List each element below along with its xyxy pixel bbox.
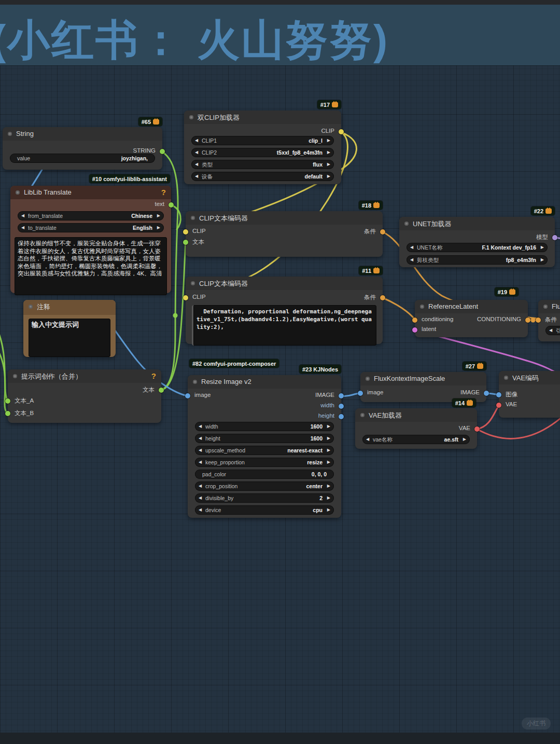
output-slot-vae[interactable] xyxy=(474,426,480,432)
node-n10[interactable]: LibLib Translate?text◀▶from_translateChi… xyxy=(10,186,171,293)
collapse-dot-icon[interactable] xyxy=(29,305,33,309)
output-slot-text[interactable] xyxy=(169,202,174,208)
output-slot-条件[interactable] xyxy=(380,229,385,235)
widget-right-arrow-icon[interactable]: ▶ xyxy=(327,150,330,155)
node-header[interactable]: Resize Image v2 xyxy=(188,375,341,389)
input-slot-latent[interactable] xyxy=(412,327,417,333)
link-dot[interactable] xyxy=(173,313,178,318)
widget-right-arrow-icon[interactable]: ▶ xyxy=(327,436,330,440)
widget-left-arrow-icon[interactable]: ◀ xyxy=(410,257,413,262)
help-icon[interactable]: ? xyxy=(151,371,156,380)
widget-引[interactable]: ◀▶引 xyxy=(545,326,560,335)
help-icon[interactable]: ? xyxy=(161,188,166,197)
input-slot-clip[interactable] xyxy=(183,229,188,235)
widget-divisible-by[interactable]: ◀▶divisible_by2 xyxy=(195,493,334,503)
collapse-dot-icon[interactable] xyxy=(13,374,17,378)
node-textarea[interactable]: 保持衣服的细节不变，服装完全贴合身体，生成一张穿着这件衣服的女人，复古优雅风时尚… xyxy=(15,237,167,295)
widget-right-arrow-icon[interactable]: ▶ xyxy=(327,507,330,512)
widget-right-arrow-icon[interactable]: ▶ xyxy=(327,484,330,488)
widget-keep-proportion[interactable]: ◀▶keep_proportionresize xyxy=(195,458,334,467)
node-header[interactable]: ReferenceLatent xyxy=(415,300,528,313)
collapse-dot-icon[interactable] xyxy=(8,132,12,136)
widget-to-translate[interactable]: ◀▶to_translateEnglish xyxy=(18,223,164,232)
collapse-dot-icon[interactable] xyxy=(191,281,195,285)
node-header[interactable]: UNET加载器 xyxy=(399,217,555,230)
node-header[interactable]: VAE编码 xyxy=(499,371,560,384)
widget-width[interactable]: ◀▶width1600 xyxy=(195,422,334,431)
node-nvaeenc[interactable]: VAE编码图像VAE xyxy=(499,371,560,418)
widget-设备[interactable]: ◀▶设备default xyxy=(191,172,334,181)
collapse-dot-icon[interactable] xyxy=(366,377,370,381)
widget-left-arrow-icon[interactable]: ◀ xyxy=(199,424,202,429)
input-slot-image[interactable] xyxy=(358,391,363,396)
widget-clip1[interactable]: ◀▶CLIP1clip_l xyxy=(191,136,334,145)
output-slot-image[interactable] xyxy=(339,393,344,398)
widget-left-arrow-icon[interactable]: ◀ xyxy=(199,495,202,500)
widget-right-arrow-icon[interactable]: ▶ xyxy=(463,437,466,442)
collapse-dot-icon[interactable] xyxy=(360,413,365,417)
widget-left-arrow-icon[interactable]: ◀ xyxy=(366,437,369,442)
output-slot-clip[interactable] xyxy=(339,129,344,134)
node-header[interactable]: LibLib Translate? xyxy=(10,186,171,199)
widget-right-arrow-icon[interactable]: ▶ xyxy=(327,138,330,143)
output-slot-文本[interactable] xyxy=(159,388,164,393)
node-header[interactable]: Flu xyxy=(538,300,560,313)
widget-height[interactable]: ◀▶height1600 xyxy=(195,434,334,443)
widget-right-arrow-icon[interactable]: ▶ xyxy=(327,495,330,500)
widget-left-arrow-icon[interactable]: ◀ xyxy=(21,225,24,230)
input-slot-文本[interactable] xyxy=(183,240,188,245)
widget-left-arrow-icon[interactable]: ◀ xyxy=(199,436,202,440)
collapse-dot-icon[interactable] xyxy=(504,376,508,380)
output-slot-conditioning[interactable] xyxy=(525,318,530,323)
node-header[interactable]: VAE加载器 xyxy=(355,408,477,422)
node-header[interactable]: String xyxy=(3,127,162,141)
collapse-dot-icon[interactable] xyxy=(543,305,548,309)
input-slot-图像[interactable] xyxy=(496,392,501,397)
widget-value[interactable]: valuejoyzhigan, xyxy=(10,154,155,163)
output-slot-height[interactable] xyxy=(339,414,344,419)
widget-left-arrow-icon[interactable]: ◀ xyxy=(549,328,552,333)
collapse-dot-icon[interactable] xyxy=(191,216,195,220)
widget-left-arrow-icon[interactable]: ◀ xyxy=(195,150,198,155)
node-n19[interactable]: ReferenceLatentconditioninglatentCONDITI… xyxy=(415,300,528,337)
node-nflu[interactable]: Flu条件◀▶引 xyxy=(538,300,560,341)
node-header[interactable]: 双CLIP加载器 xyxy=(184,111,341,124)
widget-crop-position[interactable]: ◀▶crop_positioncenter xyxy=(195,481,334,491)
widget-right-arrow-icon[interactable]: ▶ xyxy=(327,448,330,452)
widget-left-arrow-icon[interactable]: ◀ xyxy=(195,174,198,178)
output-slot-string[interactable] xyxy=(160,149,165,154)
widget-right-arrow-icon[interactable]: ▶ xyxy=(327,174,330,178)
input-slot-conditioning[interactable] xyxy=(412,318,417,323)
input-slot-image[interactable] xyxy=(185,393,190,398)
output-slot-模型[interactable] xyxy=(552,235,557,240)
widget-right-arrow-icon[interactable]: ▶ xyxy=(327,424,330,429)
widget-right-arrow-icon[interactable]: ▶ xyxy=(327,460,330,464)
widget-right-arrow-icon[interactable]: ▶ xyxy=(541,245,544,250)
widget-right-arrow-icon[interactable]: ▶ xyxy=(327,162,330,167)
widget-right-arrow-icon[interactable]: ▶ xyxy=(157,225,160,230)
input-slot-文本-b[interactable] xyxy=(5,411,10,416)
widget-left-arrow-icon[interactable]: ◀ xyxy=(199,507,202,512)
node-header[interactable]: FluxKontextImageScale xyxy=(360,372,486,385)
input-slot-条件[interactable] xyxy=(536,318,541,323)
widget-vae名称[interactable]: ◀▶vae名称ae.sft xyxy=(362,435,470,444)
widget-device[interactable]: ◀▶devicecpu xyxy=(195,505,334,515)
widget-剪枝类型[interactable]: ◀▶剪枝类型fp8_e4m3fn xyxy=(407,255,548,265)
output-slot-width[interactable] xyxy=(339,404,344,409)
node-note[interactable]: 注释输入中文提示词 xyxy=(23,300,116,357)
widget-right-arrow-icon[interactable]: ▶ xyxy=(157,213,160,218)
collapse-dot-icon[interactable] xyxy=(404,222,409,226)
widget-left-arrow-icon[interactable]: ◀ xyxy=(195,162,198,167)
node-n27[interactable]: FluxKontextImageScaleimageIMAGE#27 xyxy=(360,372,486,402)
widget-类型[interactable]: ◀▶类型flux xyxy=(191,160,334,169)
node-n82[interactable]: 提示词创作（合并）?文本_A文本_B文本#82 comfyui-prompt-c… xyxy=(8,369,161,423)
widget-left-arrow-icon[interactable]: ◀ xyxy=(410,245,413,250)
node-n22[interactable]: UNET加载器模型◀▶UNET名称F.1 Kontext dev_fp16◀▶剪… xyxy=(399,217,555,267)
node-n18[interactable]: CLIP文本编码器CLIP文本条件#18 xyxy=(186,211,383,257)
node-textarea[interactable]: 输入中文提示词 xyxy=(29,319,110,357)
widget-pad-color[interactable]: pad_color0, 0, 0 xyxy=(195,470,334,479)
link-dot[interactable] xyxy=(531,318,536,323)
node-n14[interactable]: VAE加载器VAE◀▶vae名称ae.sft#14 xyxy=(355,408,477,449)
widget-left-arrow-icon[interactable]: ◀ xyxy=(195,138,198,143)
widget-unet名称[interactable]: ◀▶UNET名称F.1 Kontext dev_fp16 xyxy=(407,243,548,252)
